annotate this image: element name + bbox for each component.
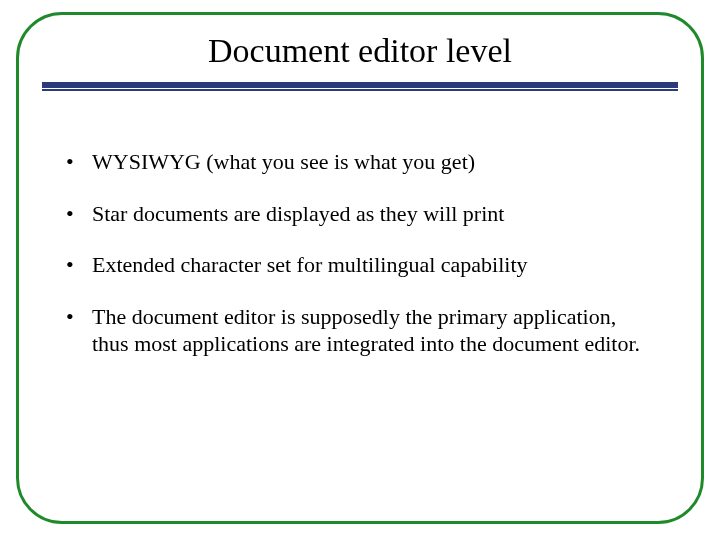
list-item: Star documents are displayed as they wil…	[62, 200, 658, 228]
bullet-list: WYSIWYG (what you see is what you get) S…	[62, 148, 658, 358]
slide-title: Document editor level	[40, 32, 680, 70]
slide-body: WYSIWYG (what you see is what you get) S…	[62, 148, 658, 382]
title-underline	[42, 82, 678, 91]
list-item: WYSIWYG (what you see is what you get)	[62, 148, 658, 176]
list-item: The document editor is supposedly the pr…	[62, 303, 658, 358]
list-item: Extended character set for multilingual …	[62, 251, 658, 279]
title-area: Document editor level	[40, 32, 680, 70]
slide: Document editor level WYSIWYG (what you …	[0, 0, 720, 540]
